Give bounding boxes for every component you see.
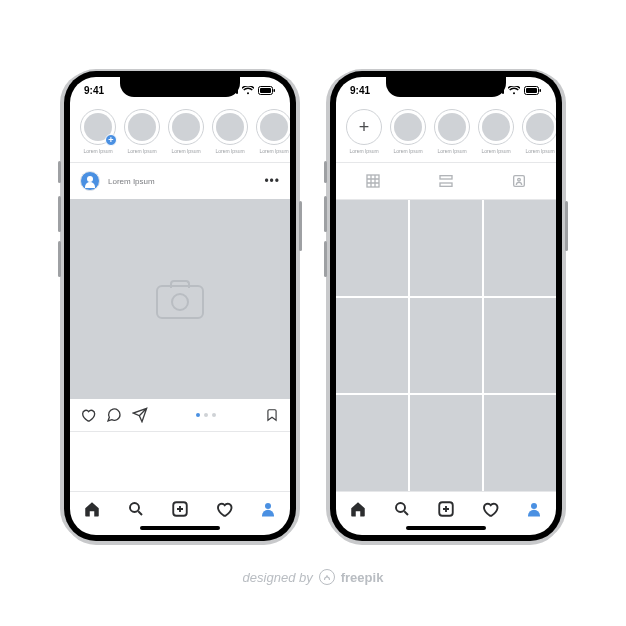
comment-button[interactable]	[106, 407, 122, 423]
story-item[interactable]: Lorem Ipsum	[256, 109, 290, 154]
credit-brand: freepik	[341, 570, 384, 585]
highlight-label: Lorem Ipsum	[437, 148, 466, 154]
highlight-label: Lorem Ipsum	[525, 148, 554, 154]
nav-home[interactable]	[349, 500, 367, 518]
nav-new-post[interactable]	[437, 500, 455, 518]
stories-tray[interactable]: + Lorem Ipsum Lorem Ipsum Lorem Ipsum Lo…	[70, 103, 290, 162]
post-username[interactable]: Lorem Ipsum	[108, 177, 264, 186]
grid-cell[interactable]	[410, 298, 482, 394]
post-actions	[70, 399, 290, 431]
grid-cell[interactable]	[336, 298, 408, 394]
notch	[120, 77, 240, 97]
volume-down	[324, 241, 327, 277]
grid-cell[interactable]	[336, 395, 408, 491]
home-indicator	[140, 526, 220, 530]
freepik-logo-icon	[319, 569, 335, 585]
nav-activity[interactable]	[481, 500, 499, 518]
grid-cell[interactable]	[336, 200, 408, 296]
add-story-badge: +	[105, 134, 117, 146]
svg-rect-8	[540, 89, 542, 92]
highlight-label: Lorem Ipsum	[349, 148, 378, 154]
svg-point-14	[396, 503, 405, 512]
mute-switch	[58, 161, 61, 183]
profile-grid	[336, 200, 556, 491]
battery-icon	[258, 86, 276, 95]
home-indicator	[406, 526, 486, 530]
wifi-icon	[242, 86, 254, 95]
grid-cell[interactable]	[484, 395, 556, 491]
svg-point-5	[265, 503, 271, 509]
power-button	[565, 201, 568, 251]
svg-rect-7	[526, 88, 537, 93]
camera-icon	[156, 279, 204, 319]
credit-prefix: designed by	[243, 570, 313, 585]
carousel-dots	[158, 413, 254, 417]
plus-icon: +	[346, 109, 382, 145]
dot-icon	[212, 413, 216, 417]
nav-new-post[interactable]	[171, 500, 189, 518]
grid-cell[interactable]	[484, 200, 556, 296]
post-header: Lorem Ipsum •••	[70, 163, 290, 199]
svg-point-13	[518, 178, 521, 181]
nav-home[interactable]	[83, 500, 101, 518]
dot-icon	[196, 413, 200, 417]
story-item[interactable]: Lorem Ipsum	[124, 109, 160, 154]
battery-icon	[524, 86, 542, 95]
post-image[interactable]	[70, 199, 290, 399]
nav-profile[interactable]	[259, 500, 277, 518]
phone-right: 9:41 + Lorem Ipsum Lorem Ipsum	[330, 71, 562, 541]
share-button[interactable]	[132, 407, 148, 423]
power-button	[299, 201, 302, 251]
highlights-tray[interactable]: + Lorem Ipsum Lorem Ipsum Lorem Ipsum Lo…	[336, 103, 556, 162]
highlight-label: Lorem Ipsum	[393, 148, 422, 154]
wifi-icon	[508, 86, 520, 95]
story-label: Lorem Ipsum	[171, 148, 200, 154]
like-button[interactable]	[80, 407, 96, 423]
volume-up	[324, 196, 327, 232]
tab-tagged[interactable]	[483, 163, 556, 199]
story-item[interactable]: Lorem Ipsum	[212, 109, 248, 154]
story-item-your-story[interactable]: + Lorem Ipsum	[80, 109, 116, 154]
svg-rect-10	[440, 176, 452, 179]
profile-tabs	[336, 163, 556, 199]
highlight-item[interactable]: Lorem Ipsum	[522, 109, 556, 154]
mute-switch	[324, 161, 327, 183]
story-label: Lorem Ipsum	[127, 148, 156, 154]
grid-cell[interactable]	[410, 395, 482, 491]
tab-grid[interactable]	[336, 163, 409, 199]
nav-profile[interactable]	[525, 500, 543, 518]
bookmark-button[interactable]	[264, 407, 280, 423]
highlight-item[interactable]: Lorem Ipsum	[390, 109, 426, 154]
nav-activity[interactable]	[215, 500, 233, 518]
svg-point-3	[130, 503, 139, 512]
story-item[interactable]: Lorem Ipsum	[168, 109, 204, 154]
story-label: Lorem Ipsum	[215, 148, 244, 154]
svg-rect-2	[274, 89, 276, 92]
notch	[386, 77, 506, 97]
highlight-add[interactable]: + Lorem Ipsum	[346, 109, 382, 154]
volume-down	[58, 241, 61, 277]
phone-left: 9:41 + Lorem Ipsum Lorem Ipsum	[64, 71, 296, 541]
highlight-item[interactable]: Lorem Ipsum	[434, 109, 470, 154]
tab-list[interactable]	[409, 163, 482, 199]
dot-icon	[204, 413, 208, 417]
story-label: Lorem Ipsum	[83, 148, 112, 154]
story-label: Lorem Ipsum	[259, 148, 288, 154]
grid-cell[interactable]	[410, 200, 482, 296]
svg-rect-9	[367, 175, 379, 187]
highlight-item[interactable]: Lorem Ipsum	[478, 109, 514, 154]
highlight-label: Lorem Ipsum	[481, 148, 510, 154]
nav-search[interactable]	[393, 500, 411, 518]
avatar[interactable]	[80, 171, 100, 191]
svg-point-16	[531, 503, 537, 509]
nav-search[interactable]	[127, 500, 145, 518]
post-menu-button[interactable]: •••	[264, 174, 280, 188]
grid-cell[interactable]	[484, 298, 556, 394]
credit-line: designed by freepik	[243, 569, 384, 585]
svg-rect-11	[440, 183, 452, 186]
svg-rect-1	[260, 88, 271, 93]
volume-up	[58, 196, 61, 232]
